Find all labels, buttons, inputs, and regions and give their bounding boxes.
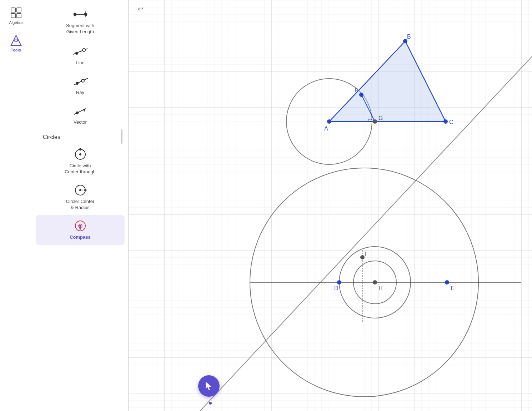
algebra-label: Algebra [9,20,23,25]
label-c: C [449,119,453,125]
circle-center-through-label: Circle withCenter through [65,163,96,175]
svg-point-5 [15,39,17,42]
undo-button[interactable]: ↩ [134,3,147,15]
geometry-canvas[interactable]: A B C F G D E H I [129,0,532,411]
canvas-area[interactable]: ↩ A B [129,0,532,411]
sidebar-item-algebra[interactable]: Algebra [2,4,30,28]
scrollbar-thumb[interactable] [121,129,122,144]
svg-rect-0 [11,8,15,12]
tools-label: Tools [11,48,21,52]
label-b: B [407,34,411,40]
grid-icon [10,6,22,19]
icon-sidebar: Algebra Tools [0,0,32,411]
tool-circle-center-radius[interactable]: Circle: Center& Radius [36,179,125,215]
svg-point-12 [75,52,78,55]
point-g[interactable] [373,119,377,124]
compass-icon [71,219,89,232]
label-h: H [378,285,383,291]
point-i[interactable] [360,255,365,259]
line-icon [71,45,89,58]
svg-rect-2 [11,14,15,18]
sidebar-item-tools[interactable]: Tools [2,31,30,55]
svg-rect-3 [17,14,21,18]
point-h[interactable] [373,280,377,284]
point-f[interactable] [359,93,363,97]
svg-point-16 [81,79,84,82]
select-tool-fab[interactable] [198,375,220,397]
svg-rect-1 [17,8,21,12]
point-c[interactable] [443,119,448,124]
fab-dot [209,402,212,405]
svg-point-29 [79,225,81,227]
circle-center-radius-label: Circle: Center& Radius [66,199,94,211]
svg-point-13 [82,49,85,51]
vector-label: Vector [74,119,87,125]
tool-vector[interactable]: Vector [36,100,125,130]
svg-point-19 [76,112,79,114]
label-d: D [334,285,338,291]
label-f: F [355,87,358,93]
point-a[interactable] [327,119,331,124]
label-i: I [365,251,366,257]
label-a: A [324,125,328,132]
tool-compass[interactable]: Compass [36,215,125,245]
label-e: E [451,285,455,291]
svg-marker-4 [11,35,21,45]
point-e[interactable] [445,280,449,284]
segment-given-length-label: Segment withGiven Length [66,23,94,35]
point-d[interactable] [337,280,341,284]
ray-label: Ray [76,90,84,96]
circles-section-header: Circles [36,130,67,143]
label-g: G [378,115,383,121]
svg-point-21 [79,153,81,155]
compass-label: Compass [70,234,91,241]
svg-point-30 [79,228,81,230]
tool-circle-center-through[interactable]: Circle withCenter through [36,144,125,179]
segment-given-length-icon [71,8,89,21]
svg-marker-18 [83,109,86,112]
vector-icon [71,104,89,117]
circle-center-radius-icon [71,184,89,197]
tool-line[interactable]: Line [36,41,125,70]
tools-icon [10,34,22,47]
tool-panel: Segment withGiven Length Line Ray [32,0,129,411]
cursor-icon [204,381,214,391]
tool-ray[interactable]: Ray [36,70,125,100]
svg-point-15 [76,82,79,85]
ray-icon [71,75,89,88]
top-toolbar: ↩ [129,0,532,18]
grid-background [129,0,532,411]
line-label: Line [76,60,85,66]
tool-segment-given-length[interactable]: Segment withGiven Length [36,4,125,39]
circle-center-through-icon [71,148,89,161]
svg-marker-32 [206,382,211,390]
